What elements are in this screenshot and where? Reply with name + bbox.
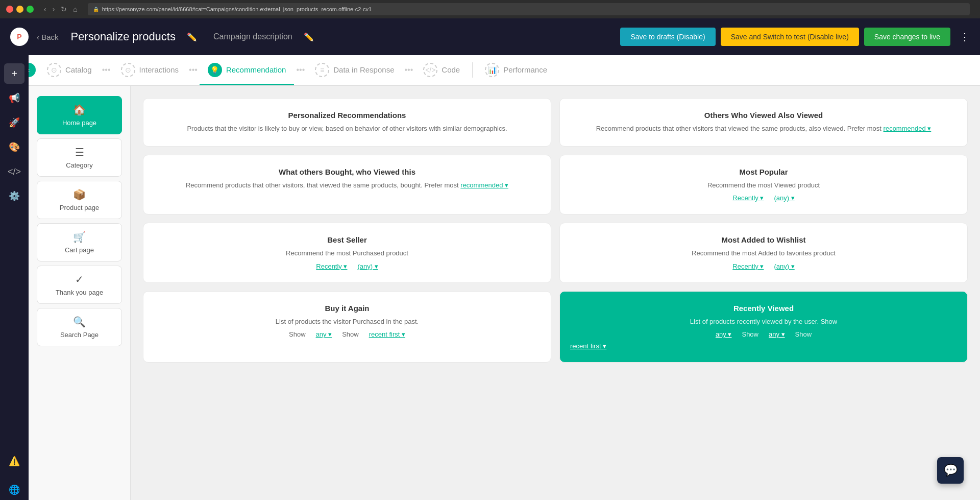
card-personalized[interactable]: Personalized Recommendations Products th… — [143, 98, 551, 147]
sidebar-settings-btn[interactable]: ⚙️ — [4, 186, 24, 206]
page-nav-search[interactable]: 🔍 Search Page — [37, 308, 122, 346]
product-page-icon: 📦 — [73, 188, 86, 201]
maximize-window-btn[interactable] — [27, 6, 34, 13]
card-what-others-bought[interactable]: What others Bought, who Viewed this Reco… — [143, 155, 551, 215]
card-others-viewed-desc: Recommend products that other visitors t… — [570, 124, 957, 134]
refresh-browser-btn[interactable]: ↻ — [59, 4, 69, 14]
sidebar-code-btn[interactable]: </> — [4, 161, 24, 182]
forward-browser-btn[interactable]: › — [51, 4, 57, 14]
recently-viewed-any1-select[interactable]: any ▾ — [716, 330, 732, 338]
most-added-recently-select[interactable]: Recently ▾ — [732, 263, 764, 270]
interactions-tab-icon: ⊙ — [121, 63, 135, 77]
performance-tab-icon: 📊 — [485, 63, 499, 77]
home-browser-btn[interactable]: ⌂ — [71, 4, 79, 14]
tab-recommendation-label: Recommendation — [226, 65, 286, 74]
save-switch-button[interactable]: Save and Switch to test (Disable live) — [721, 28, 859, 46]
recently-viewed-show-label: Show — [742, 330, 758, 338]
most-added-any-select[interactable]: (any) ▾ — [774, 263, 794, 270]
sidebar-notifications-btn[interactable]: 📢 — [4, 88, 24, 108]
tab-performance[interactable]: 📊 Performance — [477, 56, 555, 85]
card-most-added-wishlist-selects: Recently ▾ (any) ▾ — [570, 263, 957, 270]
tab-divider — [472, 62, 473, 78]
page-nav-cart[interactable]: 🛒 Cart page — [37, 223, 122, 261]
edit-title-icon[interactable]: ✏️ — [187, 32, 197, 42]
sidebar-toggle-button[interactable]: ‹ — [29, 63, 36, 77]
tab-dots-4: ••• — [403, 65, 415, 75]
tab-catalog-label: Catalog — [65, 65, 92, 74]
buy-again-recent-select[interactable]: recent first ▾ — [369, 330, 405, 338]
most-popular-recently-select[interactable]: Recently ▾ — [732, 194, 764, 202]
card-personalized-title: Personalized Recommendations — [154, 111, 541, 120]
save-live-button[interactable]: Save changes to live — [864, 28, 950, 46]
page-nav-home[interactable]: 🏠 Home page — [37, 96, 122, 134]
category-page-icon: ☰ — [75, 146, 84, 158]
save-draft-button[interactable]: Save to drafts (Disable) — [620, 28, 715, 46]
card-most-added-wishlist-desc: Recommend the most Added to favorites pr… — [570, 248, 957, 258]
url-text: https://personyze.com/panel/id/6668#cat=… — [102, 6, 372, 12]
edit-campaign-icon[interactable]: ✏️ — [304, 32, 314, 42]
card-most-popular-desc: Recommend the most Viewed product — [570, 180, 957, 191]
tab-catalog[interactable]: ⊙ Catalog — [39, 56, 100, 85]
page-nav-category[interactable]: ☰ Category — [37, 138, 122, 177]
card-others-viewed-title: Others Who Viewed Also Viewed — [570, 111, 957, 120]
tab-dots-3: ••• — [294, 65, 307, 75]
campaign-description: Campaign description — [213, 32, 292, 41]
card-recently-viewed-desc: List of products recently viewed by the … — [570, 317, 957, 327]
sidebar-launch-btn[interactable]: 🚀 — [4, 112, 24, 133]
search-page-label: Search Page — [60, 331, 99, 339]
card-others-viewed[interactable]: Others Who Viewed Also Viewed Recommend … — [559, 98, 968, 147]
back-link[interactable]: ‹ Back — [37, 33, 59, 41]
more-options-icon[interactable]: ⋮ — [960, 31, 970, 43]
cart-page-label: Cart page — [65, 246, 94, 254]
card-buy-again[interactable]: Buy it Again List of products the visito… — [143, 291, 551, 363]
recently-viewed-recent-first-select[interactable]: recent first ▾ — [570, 342, 957, 350]
chat-button[interactable]: 💬 — [937, 457, 964, 484]
buy-again-show2-label: Show — [342, 330, 359, 338]
back-label: ‹ Back — [37, 33, 59, 41]
best-seller-any-select[interactable]: (any) ▾ — [357, 263, 378, 270]
card-buy-again-title: Buy it Again — [154, 304, 541, 313]
sidebar-warning-icon: ⚠️ — [4, 451, 24, 471]
sidebar-design-btn[interactable]: 🎨 — [4, 137, 24, 157]
card-most-popular-selects: Recently ▾ (any) ▾ — [570, 194, 957, 202]
tab-data-response[interactable]: ≡ Data in Response — [307, 56, 402, 85]
catalog-tab-icon: ⊙ — [47, 63, 61, 77]
tab-code[interactable]: </> Code — [415, 56, 468, 85]
recently-viewed-any2-select[interactable]: any ▾ — [769, 330, 785, 338]
card-best-seller-desc: Recommend the most Purchased product — [154, 248, 541, 258]
category-page-label: Category — [66, 161, 93, 169]
buy-again-any-select[interactable]: any ▾ — [316, 330, 332, 338]
card-best-seller-selects: Recently ▾ (any) ▾ — [154, 263, 541, 270]
back-browser-btn[interactable]: ‹ — [42, 4, 48, 14]
most-popular-any-select[interactable]: (any) ▾ — [774, 194, 794, 202]
card-others-viewed-link[interactable]: recommended ▾ — [884, 125, 932, 132]
card-most-popular[interactable]: Most Popular Recommend the most Viewed p… — [559, 155, 968, 215]
minimize-window-btn[interactable] — [16, 6, 23, 13]
sidebar-globe-btn[interactable]: 🌐 — [4, 480, 24, 500]
best-seller-recently-select[interactable]: Recently ▾ — [316, 263, 347, 270]
card-most-added-wishlist[interactable]: Most Added to Wishlist Recommend the mos… — [559, 223, 968, 283]
tab-data-response-label: Data in Response — [333, 65, 394, 74]
page-nav-product[interactable]: 📦 Product page — [37, 181, 122, 219]
tab-recommendation[interactable]: 💡 Recommendation — [200, 56, 295, 85]
tab-dots-1: ••• — [100, 65, 113, 75]
recommendation-cards-grid: Personalized Recommendations Products th… — [143, 98, 968, 363]
app-header: P ‹ Back Personalize products ✏️ Campaig… — [0, 18, 980, 55]
card-what-others-bought-link[interactable]: recommended ▾ — [460, 181, 508, 189]
tab-interactions[interactable]: ⊙ Interactions — [113, 56, 187, 85]
content-panes: 🏠 Home page ☰ Category 📦 Product page 🛒 … — [29, 86, 980, 500]
cards-area: Personalized Recommendations Products th… — [131, 86, 980, 500]
card-buy-again-desc: List of products the visitor Purchased i… — [154, 317, 541, 327]
app-logo: P — [10, 28, 29, 46]
page-nav-thankyou[interactable]: ✓ Thank you page — [37, 266, 122, 304]
add-sidebar-btn[interactable]: + — [4, 63, 24, 84]
card-recently-viewed-selects: any ▾ Show any ▾ Show — [570, 330, 957, 338]
card-best-seller[interactable]: Best Seller Recommend the most Purchased… — [143, 223, 551, 283]
tabs-navigation: ‹ ⊙ Catalog ••• ⊙ Interactions ••• 💡 Rec… — [29, 55, 980, 86]
card-best-seller-title: Best Seller — [154, 235, 541, 244]
tab-code-label: Code — [442, 65, 460, 74]
product-page-label: Product page — [60, 204, 99, 211]
close-window-btn[interactable] — [6, 6, 13, 13]
card-recently-viewed[interactable]: Recently Viewed List of products recentl… — [559, 291, 968, 363]
address-bar[interactable]: 🔒 https://personyze.com/panel/id/6668#ca… — [88, 3, 970, 15]
